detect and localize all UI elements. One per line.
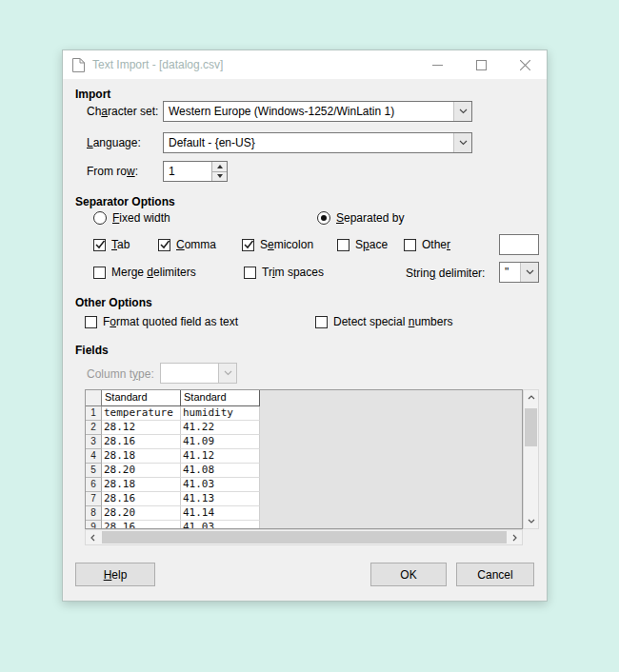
text-import-dialog: Text Import - [datalog.csv] Import Chara… <box>62 49 548 602</box>
table-cell: 28.16 <box>102 435 181 449</box>
minimize-button[interactable] <box>415 50 459 79</box>
triangle-up-icon <box>217 165 223 168</box>
other-checkbox[interactable]: Other <box>404 238 450 251</box>
column-type-value <box>161 364 218 383</box>
column-type-label: Column type: <box>87 367 154 381</box>
detect-special-numbers-label: Detect special numbers <box>333 315 452 328</box>
language-value: Default - {en-US} <box>164 133 453 152</box>
checkbox-box[interactable] <box>85 316 97 328</box>
table-cell: 28.18 <box>102 449 181 464</box>
radio-circle[interactable] <box>93 211 107 225</box>
spin-up-button[interactable] <box>212 162 227 171</box>
table-cell: 41.14 <box>181 506 260 521</box>
merge-delimiters-label: Merge delimiters <box>111 266 196 279</box>
fixed-width-label: Fixed width <box>112 211 170 225</box>
table-row: 1temperaturehumidity <box>86 406 522 421</box>
close-button[interactable] <box>503 50 547 79</box>
checkbox-box[interactable] <box>404 239 416 251</box>
column-header[interactable]: Standard <box>102 390 181 406</box>
table-row: 428.1841.12 <box>86 449 522 464</box>
preview-grid[interactable]: StandardStandard 1temperaturehumidity228… <box>85 389 523 529</box>
checkbox-box[interactable] <box>93 239 106 251</box>
scroll-right-icon[interactable] <box>508 530 522 544</box>
row-number: 5 <box>86 464 102 478</box>
titlebar[interactable]: Text Import - [datalog.csv] <box>63 50 547 79</box>
table-cell: 28.16 <box>102 492 181 506</box>
scroll-left-icon[interactable] <box>86 530 100 544</box>
scroll-down-icon[interactable] <box>524 514 538 528</box>
preview-rows: 1temperaturehumidity228.1241.22328.1641.… <box>86 406 522 529</box>
merge-delimiters-checkbox[interactable]: Merge delimiters <box>93 266 196 279</box>
scroll-up-icon[interactable] <box>524 390 538 405</box>
horizontal-scroll-thumb[interactable] <box>102 531 507 544</box>
row-number: 3 <box>86 435 102 449</box>
checkbox-box[interactable] <box>244 267 256 279</box>
format-quoted-checkbox[interactable]: Format quoted field as text <box>85 315 238 328</box>
checkbox-box[interactable] <box>158 239 170 251</box>
trim-spaces-label: Trim spaces <box>262 266 324 279</box>
chevron-down-icon[interactable] <box>520 263 538 282</box>
table-cell: 41.03 <box>181 478 260 492</box>
radio-circle[interactable] <box>317 211 330 225</box>
character-set-value: Western Europe (Windows-1252/WinLatin 1) <box>164 102 453 121</box>
separated-by-label: Separated by <box>336 211 404 225</box>
table-cell: 28.12 <box>102 421 181 435</box>
row-number: 4 <box>86 449 102 464</box>
trim-spaces-checkbox[interactable]: Trim spaces <box>244 266 324 279</box>
fields-heading: Fields <box>75 344 109 357</box>
row-number: 6 <box>86 478 102 492</box>
chevron-down-icon[interactable] <box>453 102 471 121</box>
spin-down-button[interactable] <box>212 171 227 182</box>
vertical-scrollbar[interactable] <box>523 389 539 529</box>
tab-checkbox[interactable]: Tab <box>93 238 130 251</box>
tab-label: Tab <box>111 238 130 251</box>
column-header[interactable]: Standard <box>181 390 260 406</box>
detect-special-numbers-checkbox[interactable]: Detect special numbers <box>315 315 452 328</box>
space-checkbox[interactable]: Space <box>337 238 388 251</box>
help-button[interactable]: Help <box>75 563 155 586</box>
other-label: Other <box>422 238 450 251</box>
checkbox-box[interactable] <box>337 239 349 251</box>
import-heading: Import <box>75 88 110 101</box>
preview-header-row: StandardStandard <box>86 390 522 406</box>
column-type-select <box>160 363 237 384</box>
vertical-scroll-thumb[interactable] <box>525 408 537 446</box>
other-separator-input[interactable] <box>499 234 539 255</box>
language-select[interactable]: Default - {en-US} <box>163 132 472 153</box>
checkbox-box[interactable] <box>315 316 328 328</box>
maximize-button[interactable] <box>459 50 503 79</box>
row-number: 7 <box>86 492 102 506</box>
table-cell: 41.22 <box>181 421 260 435</box>
table-row: 828.2041.14 <box>86 506 522 521</box>
separated-by-radio[interactable]: Separated by <box>317 211 404 225</box>
string-delimiter-select[interactable]: " <box>499 262 539 283</box>
cancel-button[interactable]: Cancel <box>456 563 534 586</box>
table-cell: 41.08 <box>181 464 260 478</box>
row-number: 9 <box>86 521 102 529</box>
string-delimiter-label: String delimiter: <box>406 267 485 280</box>
table-cell: 41.12 <box>181 449 260 464</box>
checkbox-box[interactable] <box>242 239 254 251</box>
from-row-stepper[interactable]: 1 <box>163 161 228 182</box>
window-title: Text Import - [datalog.csv] <box>92 58 223 71</box>
table-row: 728.1641.13 <box>86 492 522 506</box>
preview-area: StandardStandard 1temperaturehumidity228… <box>85 389 539 545</box>
fixed-width-radio[interactable]: Fixed width <box>93 211 170 225</box>
chevron-down-icon[interactable] <box>453 133 471 152</box>
comma-checkbox[interactable]: Comma <box>158 238 216 251</box>
format-quoted-label: Format quoted field as text <box>103 315 238 328</box>
table-row: 528.2041.08 <box>86 464 522 478</box>
ok-button[interactable]: OK <box>370 563 447 586</box>
table-row: 328.1641.09 <box>86 435 522 449</box>
table-cell: 41.03 <box>181 521 260 529</box>
checkbox-box[interactable] <box>93 267 106 279</box>
horizontal-scrollbar[interactable] <box>85 529 523 545</box>
separator-options-heading: Separator Options <box>75 195 175 208</box>
character-set-label: Character set: <box>87 105 158 118</box>
table-cell: temperature <box>102 406 181 421</box>
table-cell: 28.20 <box>102 506 181 521</box>
comma-label: Comma <box>176 238 216 251</box>
character-set-select[interactable]: Western Europe (Windows-1252/WinLatin 1) <box>163 101 472 122</box>
semicolon-checkbox[interactable]: Semicolon <box>242 238 313 251</box>
semicolon-label: Semicolon <box>260 238 313 251</box>
